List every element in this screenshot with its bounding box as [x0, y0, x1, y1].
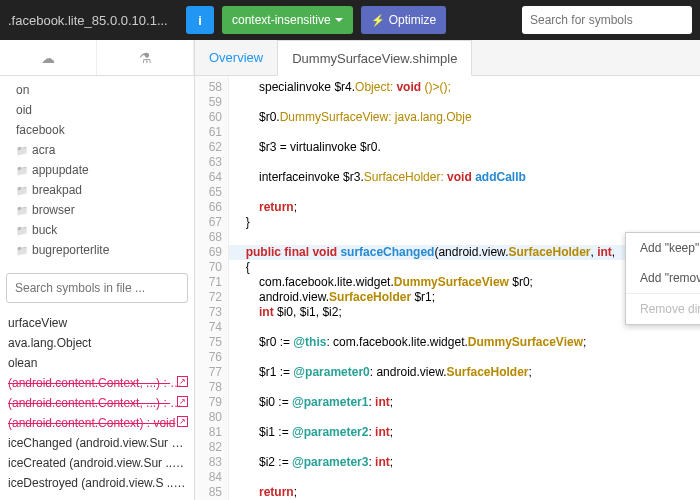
symbol-item[interactable]: (android.content.Context, ...) : void↗ [0, 373, 194, 393]
removed-icon: ↗ [177, 416, 188, 427]
symbol-item[interactable]: iceCreated (android.view.Sur ...) : void [0, 453, 194, 473]
tab-analysis[interactable] [97, 40, 194, 75]
menu-remove-directive: Remove directive [626, 294, 700, 324]
symbol-list[interactable]: urfaceViewava.lang.Objectolean(android.c… [0, 309, 194, 500]
line-gutter: 5859606162636465666768697071727374757677… [195, 76, 229, 500]
tree-item[interactable]: on [0, 80, 194, 100]
context-menu: Add "keep" directive Add "remove" direct… [625, 232, 700, 325]
sidebar: onoidfacebookacraappupdatebreakpadbrowse… [0, 40, 195, 500]
tab-packages[interactable] [0, 40, 97, 75]
symbol-item[interactable]: iceChanged (android.view.Sur ...) : void [0, 433, 194, 453]
tree-item[interactable]: acra [0, 140, 194, 160]
tab-file-active[interactable]: DummySurfaceView.shimple [277, 40, 472, 76]
tree-item[interactable]: breakpad [0, 180, 194, 200]
app-title: .facebook.lite_85.0.0.10.1... [8, 13, 178, 28]
info-button[interactable] [186, 6, 214, 34]
optimize-button[interactable]: Optimize [361, 6, 446, 34]
tree-item[interactable]: appupdate [0, 160, 194, 180]
symbol-item[interactable]: (android.content.Context, ...) : void↗ [0, 393, 194, 413]
tree-item[interactable]: oid [0, 100, 194, 120]
tree-item[interactable]: buck [0, 220, 194, 240]
symbol-item[interactable]: urfaceView [0, 313, 194, 333]
analysis-mode-dropdown[interactable]: context-insensitive [222, 6, 353, 34]
tab-overview[interactable]: Overview [195, 40, 277, 75]
removed-icon: ↗ [177, 376, 188, 387]
symbol-item[interactable]: olean [0, 353, 194, 373]
removed-icon: ↗ [177, 396, 188, 407]
tree-item[interactable]: bugreporterlite [0, 240, 194, 260]
package-tree[interactable]: onoidfacebookacraappupdatebreakpadbrowse… [0, 76, 194, 267]
global-search-input[interactable] [522, 6, 692, 34]
chevron-down-icon [335, 18, 343, 22]
symbol-search-input[interactable] [6, 273, 188, 303]
symbol-item[interactable]: iceDestroyed (android.view.S ...) : void [0, 473, 194, 493]
symbol-item[interactable]: (android.content.Context) : void↗ [0, 413, 194, 433]
menu-add-keep[interactable]: Add "keep" directive [626, 233, 700, 263]
tree-item[interactable]: facebook [0, 120, 194, 140]
symbol-item[interactable]: ava.lang.Object [0, 333, 194, 353]
menu-add-remove[interactable]: Add "remove" directive [626, 263, 700, 293]
tree-item[interactable]: browser [0, 200, 194, 220]
dropdown-label: context-insensitive [232, 13, 331, 27]
bolt-icon [371, 13, 385, 27]
